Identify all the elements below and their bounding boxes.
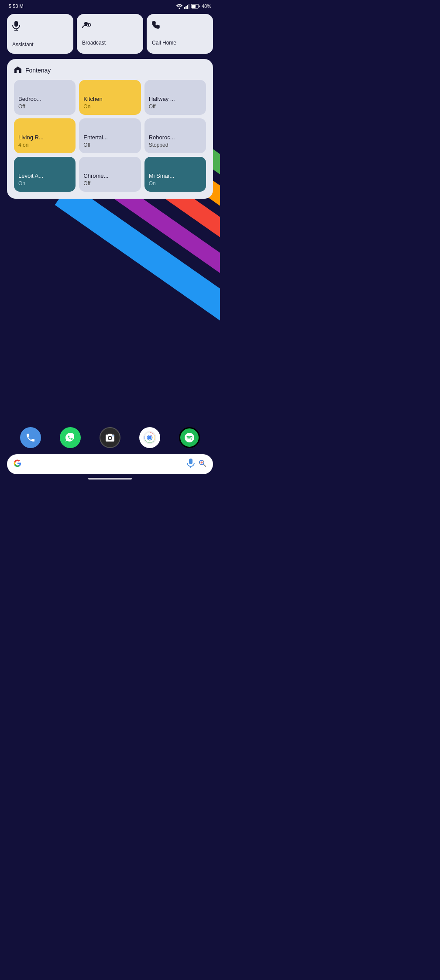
hallway-name: Hallway ...	[149, 96, 202, 103]
home-name: Fontenay	[25, 67, 51, 74]
svg-rect-11	[192, 5, 196, 8]
phone-icon	[152, 21, 160, 31]
wifi-icon	[176, 4, 182, 9]
smart-home-widget: Fontenay Bedroo... Off Kitchen On Hallwa…	[7, 59, 213, 199]
entertainment-name: Entertai...	[83, 134, 136, 141]
main-content: Assistant Broadcast Call Home	[0, 14, 220, 199]
signal-icon	[184, 4, 189, 9]
mi-smart-name: Mi Smar...	[149, 173, 202, 179]
svg-point-24	[148, 436, 151, 439]
home-indicator[interactable]	[88, 478, 132, 480]
status-time: 5:53 M	[9, 3, 24, 9]
svg-rect-6	[184, 7, 186, 9]
levoit-status: On	[18, 180, 71, 186]
broadcast-label: Broadcast	[82, 40, 106, 46]
assistant-button[interactable]: Assistant	[7, 14, 73, 54]
quick-actions: Assistant Broadcast Call Home	[7, 14, 213, 54]
bedroom-tile[interactable]: Bedroo... Off	[14, 80, 76, 115]
home-icon	[14, 66, 22, 75]
living-room-tile[interactable]: Living R... 4 on	[14, 118, 76, 153]
kitchen-status: On	[83, 104, 136, 110]
svg-point-18	[109, 437, 111, 439]
roborock-status: Stopped	[149, 142, 202, 148]
microphone-icon	[12, 21, 20, 33]
dock-area	[0, 427, 220, 490]
status-bar: 5:53 M 48%	[0, 0, 220, 10]
svg-rect-25	[189, 459, 192, 464]
entertainment-status: Off	[83, 142, 136, 148]
hallway-status: Off	[149, 104, 202, 110]
google-logo	[13, 459, 22, 469]
bedroom-status: Off	[18, 104, 71, 110]
phone-app-icon[interactable]	[20, 427, 41, 448]
svg-point-19	[112, 435, 113, 437]
svg-rect-4	[55, 183, 220, 330]
broadcast-icon	[82, 21, 92, 31]
chromecast-name: Chrome...	[83, 173, 136, 179]
svg-line-30	[203, 464, 206, 466]
living-room-name: Living R...	[18, 134, 71, 141]
svg-rect-7	[186, 6, 187, 9]
camera-app-icon[interactable]	[100, 427, 120, 448]
spotify-app-icon[interactable]	[179, 427, 200, 448]
call-home-button[interactable]: Call Home	[147, 14, 213, 54]
entertainment-tile[interactable]: Entertai... Off	[79, 118, 141, 153]
svg-rect-8	[187, 5, 188, 9]
devices-grid: Bedroo... Off Kitchen On Hallway ... Off…	[14, 80, 206, 192]
mi-smart-tile[interactable]: Mi Smar... On	[144, 157, 206, 192]
levoit-tile[interactable]: Levoit A... On	[14, 157, 76, 192]
widget-header: Fontenay	[14, 66, 206, 75]
search-bar[interactable]	[7, 454, 213, 474]
status-icons: 48%	[176, 3, 211, 9]
lens-icon[interactable]	[198, 459, 207, 469]
battery-icon	[191, 4, 200, 9]
svg-rect-13	[14, 21, 18, 27]
kitchen-name: Kitchen	[83, 96, 136, 103]
svg-rect-9	[189, 4, 189, 9]
whatsapp-app-icon[interactable]	[60, 427, 81, 448]
chromecast-tile[interactable]: Chrome... Off	[79, 157, 141, 192]
roborock-name: Roboroc...	[149, 134, 202, 141]
svg-point-16	[84, 22, 88, 25]
mi-smart-status: On	[149, 180, 202, 186]
kitchen-tile[interactable]: Kitchen On	[79, 80, 141, 115]
roborock-tile[interactable]: Roboroc... Stopped	[144, 118, 206, 153]
svg-point-5	[179, 7, 180, 9]
chromecast-status: Off	[83, 180, 136, 186]
voice-search-icon[interactable]	[187, 459, 195, 470]
bedroom-name: Bedroo...	[18, 96, 71, 103]
battery-percent: 48%	[202, 3, 211, 9]
chrome-app-icon[interactable]	[139, 427, 160, 448]
living-room-status: 4 on	[18, 142, 71, 148]
assistant-label: Assistant	[12, 41, 34, 48]
call-home-label: Call Home	[152, 40, 176, 46]
svg-rect-12	[199, 5, 199, 7]
svg-point-29	[201, 462, 203, 464]
broadcast-button[interactable]: Broadcast	[77, 14, 143, 54]
app-dock	[7, 427, 213, 448]
hallway-tile[interactable]: Hallway ... Off	[144, 80, 206, 115]
levoit-name: Levoit A...	[18, 173, 71, 179]
